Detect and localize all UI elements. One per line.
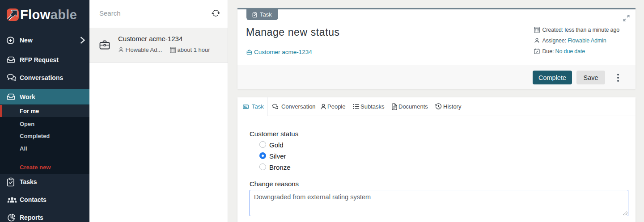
svg-text:Flowable: Flowable bbox=[20, 8, 77, 22]
